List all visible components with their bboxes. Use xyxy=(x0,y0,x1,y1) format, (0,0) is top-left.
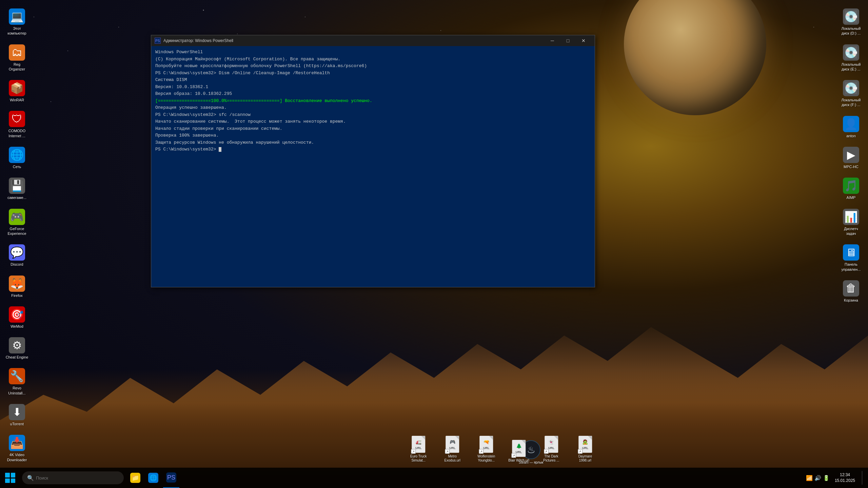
ps-line-7: Система DISM xyxy=(155,77,591,83)
desktop-icon-comodo[interactable]: 🛡 COMODO Internet ... xyxy=(3,109,31,140)
ps-line-13: Операция успешно завершена. xyxy=(155,104,591,111)
daymare-icon: 🧟 URL ↗ xyxy=(577,434,593,454)
desktop-icon-firefox[interactable]: 🦊 Firefox xyxy=(3,274,31,300)
taskbar: 🔍 📁 🌐 PS 📶 🔊 🔋 12:34 15.01.2025 xyxy=(0,468,868,488)
desktop-icons-right: 💽 Локальный диск (D:) ... 💽 Локальный ди… xyxy=(800,0,868,311)
windows-logo-icon xyxy=(5,473,15,483)
ps-line-21: Защита ресурсов Windows не обнаружила на… xyxy=(155,139,591,146)
desktop-icon-dispatcher[interactable]: 📊 Диспетч задач xyxy=(837,207,865,238)
ps-line-10: Версия образа: 10.0.18362.295 xyxy=(155,90,591,97)
shortcut-metro-exodus[interactable]: 🎮 URL ↗ Metro Exodus.url xyxy=(439,432,466,464)
maximize-button[interactable]: □ xyxy=(560,35,576,46)
window-title: Администратор: Windows PowerShell xyxy=(163,38,542,43)
desktop-icon-local-disk-f[interactable]: 💽 Локальный диск (F:) ... xyxy=(837,78,865,109)
desktop-icon-discord[interactable]: 💬 Discord xyxy=(3,243,31,268)
dark-pictures-icon: 👻 URL ↗ xyxy=(543,434,559,454)
desktop-icon-mpc-hc[interactable]: ▶ MPC-HC xyxy=(837,145,865,171)
taskbar-edge-icon[interactable]: 🌐 xyxy=(145,468,161,488)
desktop-icon-cheat-engine[interactable]: ⚙ Cheat Engine xyxy=(3,336,31,361)
shortcut-euro-truck[interactable]: 🚛 URL ↗ Euro Truck Simulat... xyxy=(405,432,432,464)
window-controls: ─ □ ✕ xyxy=(545,35,591,46)
ps-line-8: Версия: 10.0.18362.1 xyxy=(155,84,591,90)
show-desktop-button[interactable] xyxy=(862,471,865,485)
ps-line-16: Начато сканирование системы. Этот процес… xyxy=(155,118,591,125)
network-tray-icon: 📶 xyxy=(806,475,813,481)
battery-tray-icon: 🔋 xyxy=(823,475,830,481)
volume-tray-icon: 🔊 xyxy=(814,475,821,481)
clock-date: 15.01.2025 xyxy=(835,478,855,484)
start-button[interactable] xyxy=(0,468,20,488)
ps-line-1: (С) Корпорация Майкрософт (Microsoft Cor… xyxy=(155,56,591,63)
ps-line-18: Начало стадии проверки при сканировании … xyxy=(155,125,591,132)
desktop-icon-winrar[interactable]: 📦 WinRAR xyxy=(3,78,31,104)
search-icon: 🔍 xyxy=(27,475,34,481)
ps-line-5: PS C:\Windows\system32> Dism /Online /Cl… xyxy=(155,70,591,77)
taskbar-right-area: 📶 🔊 🔋 12:34 15.01.2025 xyxy=(806,470,868,485)
window-titlebar: PS Администратор: Windows PowerShell ─ □… xyxy=(151,35,595,46)
euro-truck-icon: 🚛 URL ↗ xyxy=(410,434,427,454)
desktop-icon-reg-organizer[interactable]: 🗂 Reg Organizer xyxy=(3,43,31,74)
ps-line-14: PS C:\Windows\system32> sfc /scannow xyxy=(155,111,591,118)
shortcut-dark-pictures[interactable]: 👻 URL ↗ The Dark Pictures ... xyxy=(538,432,565,464)
taskbar-powershell-active-icon[interactable]: PS xyxy=(163,468,179,488)
clock-time: 12:34 xyxy=(835,472,855,478)
powershell-window-icon: PS xyxy=(155,38,161,44)
shortcut-daymare[interactable]: 🧟 URL ↗ Daymare 1998.url xyxy=(572,432,599,464)
ps-line-3: Попробуйте новые кросс­платформенную обо… xyxy=(155,63,591,69)
powershell-content[interactable]: Windows PowerShell (С) Корпорация Майкро… xyxy=(151,46,595,287)
taskbar-pinned-icons: 📁 🌐 PS xyxy=(127,468,179,488)
wolfenstein-icon: 🔫 URL ↗ xyxy=(478,434,494,454)
ps-line-0: Windows PowerShell xyxy=(155,49,591,56)
desktop-icon-anton[interactable]: 👤 anton xyxy=(837,114,865,140)
desktop-icon-control-panel[interactable]: 🖥 Панель управлен... xyxy=(837,243,865,273)
desktop-icon-my-computer[interactable]: 💻 Этот компьютер xyxy=(3,7,31,38)
shortcut-wolfenstein[interactable]: 🔫 URL ↗ Wolfenstein Youngblo... xyxy=(473,432,500,464)
metro-exodus-icon: 🎮 URL ↗ xyxy=(444,434,460,454)
desktop-icon-local-disk-d[interactable]: 💽 Локальный диск (D:) ... xyxy=(837,7,865,38)
desktop-icon-wemod[interactable]: 🎯 WeMod xyxy=(3,305,31,330)
ps-line-22: PS C:\Windows\system32> xyxy=(155,146,591,153)
blair-witch-icon: 🌲 URL ↗ xyxy=(511,438,527,459)
desktop: 💻 Этот компьютер 🗂 Reg Organizer 📦 WinRA… xyxy=(0,0,868,488)
ps-line-12: [====================100.0%=============… xyxy=(155,98,591,104)
desktop-icon-utorrent[interactable]: ⬇ uTorrent xyxy=(3,402,31,428)
close-button[interactable]: ✕ xyxy=(576,35,591,46)
shortcut-blair-witch[interactable]: 🌲 URL ↗ Blair Witch.url xyxy=(507,436,531,464)
powershell-window: PS Администратор: Windows PowerShell ─ □… xyxy=(151,35,595,287)
desktop-icon-network[interactable]: 🌐 Сеть xyxy=(3,145,31,171)
desktop-icon-local-disk-e[interactable]: 💽 Локальный диск (Е:) ... xyxy=(837,43,865,74)
desktop-icon-aimp[interactable]: 🎵 AIMP xyxy=(837,176,865,202)
bottom-shortcuts: 🚛 URL ↗ Euro Truck Simulat... 🎮 URL ↗ Me… xyxy=(405,432,599,464)
taskbar-explorer-icon[interactable]: 📁 xyxy=(127,468,143,488)
ps-line-19: Проверка 100% завершена. xyxy=(155,132,591,139)
desktop-icon-4k-downloader[interactable]: 📥 4K Video Downloader xyxy=(3,433,31,464)
taskbar-clock[interactable]: 12:34 15.01.2025 xyxy=(831,470,859,485)
minimize-button[interactable]: ─ xyxy=(545,35,560,46)
desktop-icon-recycle-bin[interactable]: 🗑 Корзина xyxy=(837,279,865,304)
desktop-icon-savegame[interactable]: 💾 савегаме... xyxy=(3,176,31,202)
search-input[interactable] xyxy=(36,475,119,481)
desktop-icons-left: 💻 Этот компьютер 🗂 Reg Organizer 📦 WinRA… xyxy=(0,0,68,471)
taskbar-search-box[interactable]: 🔍 xyxy=(22,471,124,484)
desktop-icon-geforce[interactable]: 🎮 GeForce Experience xyxy=(3,207,31,238)
desktop-icon-revo[interactable]: 🔧 Revo Uninstall... xyxy=(3,366,31,397)
